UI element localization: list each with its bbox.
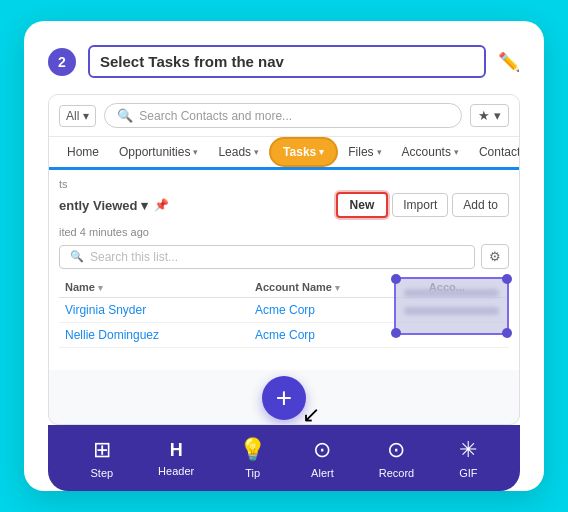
toolbar-item-record[interactable]: ⊙ Record [379,437,414,479]
nav-item-tasks[interactable]: Tasks ▾ [269,137,338,167]
all-chevron-icon: ▾ [83,109,89,123]
add-element-button[interactable]: + ↙ [262,376,306,420]
nav-home-label: Home [67,145,99,159]
nav-leads-label: Leads [218,145,251,159]
search-list-icon: 🔍 [70,250,84,263]
search-list-input[interactable]: 🔍 Search this list... [59,245,475,269]
recently-viewed: ently Viewed ▾ 📌 [59,198,169,213]
pin-icon: 📌 [154,198,169,212]
step-icon: ⊞ [93,437,111,463]
step-title-input[interactable] [88,45,486,78]
nav-contacts-label: Contacts [479,145,519,159]
main-card: 2 ✏️ All ▾ 🔍 Search Contacts and more...… [24,21,544,491]
nav-item-files[interactable]: Files ▾ [338,137,391,167]
record-label: Record [379,467,414,479]
step-row: 2 ✏️ [48,45,520,78]
handle-br[interactable] [502,328,512,338]
header-label: Header [158,465,194,477]
global-search-input[interactable]: 🔍 Search Contacts and more... [104,103,462,128]
toolbar-item-gif[interactable]: ✳ GIF [459,437,477,479]
row2-account-link[interactable]: Acme Corp [255,328,315,342]
alert-label: Alert [311,467,334,479]
nav-item-leads[interactable]: Leads ▾ [208,137,269,167]
updated-text: ited 4 minutes ago [59,226,509,238]
table-container: Name ▾ Account Name ▾ Acco... V [59,277,509,348]
recently-viewed-label: ently Viewed ▾ [59,198,148,213]
sort-icon-name: ▾ [98,283,103,293]
gif-label: GIF [459,467,477,479]
leads-chevron-icon: ▾ [254,147,259,157]
plus-btn-container: + ↙ [49,376,519,420]
search-placeholder: Search Contacts and more... [139,109,292,123]
search-list-placeholder: Search this list... [90,250,178,264]
nav-bar: Home Opportunities ▾ Leads ▾ Tasks ▾ Fil… [49,137,519,170]
accounts-chevron-icon: ▾ [454,147,459,157]
row1-account-link[interactable]: Acme Corp [255,303,315,317]
step-badge: 2 [48,48,76,76]
toolbar-item-tip[interactable]: 💡 Tip [239,437,266,479]
cursor-arrow-icon: ↙ [302,402,320,425]
toolbar-item-step[interactable]: ⊞ Step [90,437,113,479]
nav-item-home[interactable]: Home [57,137,109,167]
star-button[interactable]: ★ ▾ [470,104,509,127]
search-icon: 🔍 [117,108,133,123]
col-name[interactable]: Name ▾ [59,277,249,298]
gear-button[interactable]: ⚙ [481,244,509,269]
row1-name-link[interactable]: Virginia Snyder [65,303,146,317]
nav-item-accounts[interactable]: Accounts ▾ [392,137,469,167]
toolbar-item-alert[interactable]: ⊙ Alert [311,437,334,479]
nav-opportunities-label: Opportunities [119,145,190,159]
nav-item-contacts[interactable]: Contacts [469,137,519,167]
browser-frame: All ▾ 🔍 Search Contacts and more... ★ ▾ … [48,94,520,425]
new-button[interactable]: New [336,192,389,218]
bottom-toolbar: ⊞ Step H Header 💡 Tip ⊙ Alert ⊙ Record ✳… [48,425,520,491]
opportunities-chevron-icon: ▾ [193,147,198,157]
browser-search-bar: All ▾ 🔍 Search Contacts and more... ★ ▾ [49,95,519,137]
edit-icon[interactable]: ✏️ [498,51,520,73]
handle-tl[interactable] [391,274,401,284]
toolbar-item-header[interactable]: H Header [158,440,194,477]
record-icon: ⊙ [387,437,405,463]
tasks-chevron-icon: ▾ [319,147,324,157]
alert-icon: ⊙ [313,437,331,463]
files-chevron-icon: ▾ [377,147,382,157]
row2-name-link[interactable]: Nellie Dominguez [65,328,159,342]
sort-icon-account: ▾ [335,283,340,293]
header-icon: H [170,440,183,461]
handle-bl[interactable] [391,328,401,338]
nav-item-opportunities[interactable]: Opportunities ▾ [109,137,208,167]
content-area: ts ently Viewed ▾ 📌 New Import Add to it… [49,170,519,370]
add-to-button[interactable]: Add to [452,193,509,217]
breadcrumb: ts [59,178,509,190]
nav-files-label: Files [348,145,373,159]
toolbar-row: ently Viewed ▾ 📌 New Import Add to [59,192,509,218]
tip-label: Tip [245,467,260,479]
import-button[interactable]: Import [392,193,448,217]
gif-icon: ✳ [459,437,477,463]
step-label: Step [90,467,113,479]
action-buttons: New Import Add to [336,192,509,218]
nav-accounts-label: Accounts [402,145,451,159]
all-label: All [66,109,79,123]
all-dropdown[interactable]: All ▾ [59,105,96,127]
nav-tasks-label: Tasks [283,145,316,159]
handle-tr[interactable] [502,274,512,284]
tip-icon: 💡 [239,437,266,463]
search-list-row: 🔍 Search this list... ⚙ [59,244,509,269]
